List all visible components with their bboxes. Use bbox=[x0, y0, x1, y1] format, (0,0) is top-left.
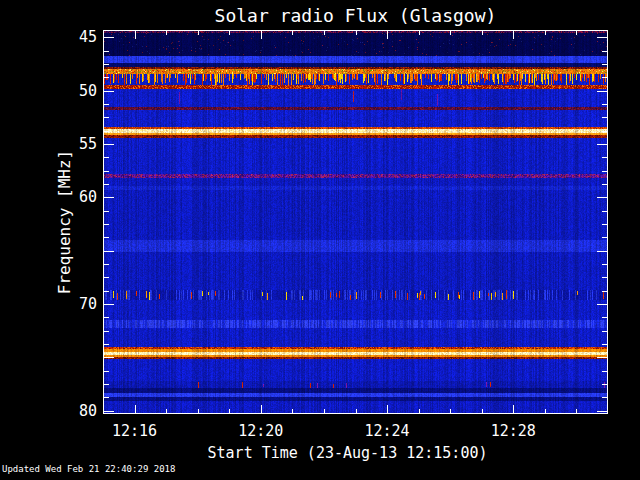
solar-radio-spectrogram-window: Solar radio Flux (Glasgow) Frequency [MH… bbox=[0, 0, 640, 480]
x-tick-label: 12:16 bbox=[100, 422, 170, 440]
y-tick-label: 55 bbox=[57, 135, 97, 153]
page-title: Solar radio Flux (Glasgow) bbox=[103, 5, 608, 26]
y-tick-label: 50 bbox=[57, 82, 97, 100]
y-tick-label: 45 bbox=[57, 28, 97, 46]
x-axis-title: Start Time (23-Aug-13 12:15:00) bbox=[95, 444, 600, 462]
y-tick-label: 70 bbox=[57, 295, 97, 313]
y-tick-label: 80 bbox=[57, 402, 97, 420]
x-tick-label: 12:28 bbox=[478, 422, 548, 440]
y-tick-label: 60 bbox=[57, 188, 97, 206]
x-tick-label: 12:20 bbox=[226, 422, 296, 440]
spectrogram-canvas bbox=[103, 30, 608, 414]
x-tick-label: 12:24 bbox=[352, 422, 422, 440]
updated-timestamp: Updated Wed Feb 21 22:40:29 2018 bbox=[2, 464, 175, 474]
y-axis-title: Frequency [MHz] bbox=[55, 150, 74, 295]
